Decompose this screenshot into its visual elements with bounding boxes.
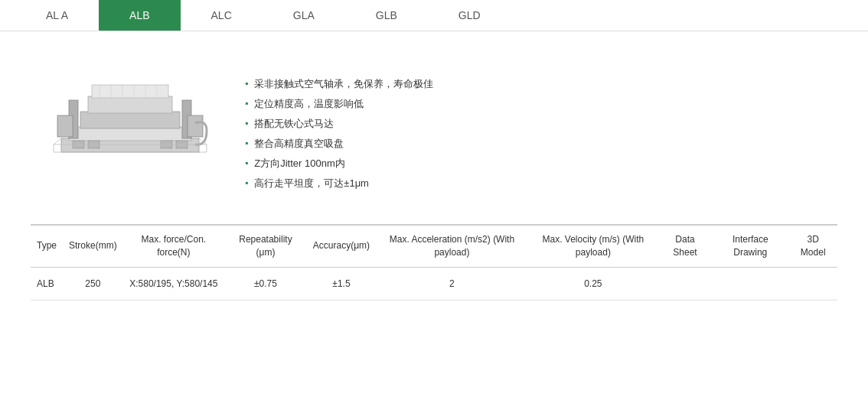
table-header-9: 3D Model [788, 226, 837, 268]
feature-list: 采非接触式空气轴承，免保养，寿命极佳定位精度高，温度影响低搭配无铁心式马达整合高… [245, 74, 822, 193]
tab-navigation: AL AALBALCGLAGLBGLD [0, 0, 868, 31]
table-cell-0-3: ±0.75 [224, 267, 307, 300]
feature-item-3: 整合高精度真空吸盘 [245, 134, 822, 154]
table-header-4: Accuracy(μm) [307, 226, 376, 268]
table-cell-0-0: ALB [31, 267, 63, 300]
table-header-3: Repeatability (μm) [224, 226, 307, 268]
product-image-container [46, 62, 214, 184]
table-cell-0-9 [788, 267, 837, 300]
table-header-row: TypeStroke(mm)Max. force/Con. force(N)Re… [31, 226, 837, 268]
table-cell-0-5: 2 [376, 267, 528, 300]
tab-gla[interactable]: GLA [263, 0, 345, 31]
table-header-1: Stroke(mm) [63, 226, 123, 268]
table-cell-0-1: 250 [63, 267, 123, 300]
svg-rect-1 [69, 127, 191, 141]
table-cell-0-8 [712, 267, 788, 300]
svg-rect-8 [188, 115, 203, 137]
table-header-0: Type [31, 226, 63, 268]
table-header-7: Data Sheet [658, 226, 712, 268]
feature-item-2: 搭配无铁心式马达 [245, 114, 822, 134]
table-header-5: Max. Acceleration (m/s2) (With payload) [376, 226, 528, 268]
table-header-8: Interface Drawing [712, 226, 788, 268]
svg-rect-2 [80, 112, 180, 128]
table-header-6: Max. Velocity (m/s) (With payload) [528, 226, 658, 268]
tab-alb[interactable]: ALB [99, 0, 180, 31]
specs-table: TypeStroke(mm)Max. force/Con. force(N)Re… [31, 225, 837, 300]
tab-glb[interactable]: GLB [345, 0, 428, 31]
product-details: 采非接触式空气轴承，免保养，寿命极佳定位精度高，温度影响低搭配无铁心式马达整合高… [245, 62, 822, 193]
table-cell-0-4: ±1.5 [307, 267, 376, 300]
feature-item-1: 定位精度高，温度影响低 [245, 94, 822, 114]
tab-gld[interactable]: GLD [428, 0, 511, 31]
table-cell-0-6: 0.25 [528, 267, 658, 300]
product-section: 采非接触式空气轴承，免保养，寿命极佳定位精度高，温度影响低搭配无铁心式马达整合高… [0, 31, 868, 224]
table-body: ALB250X:580/195, Y:580/145±0.75±1.520.25 [31, 267, 837, 300]
product-illustration [46, 62, 214, 184]
feature-item-4: Z方向Jitter 100nm内 [245, 154, 822, 174]
table-header-2: Max. force/Con. force(N) [123, 226, 224, 268]
svg-rect-3 [88, 96, 172, 113]
specs-section: TypeStroke(mm)Max. force/Con. force(N)Re… [0, 225, 868, 331]
tab-alc[interactable]: ALC [181, 0, 263, 31]
feature-item-0: 采非接触式空气轴承，免保养，寿命极佳 [245, 74, 822, 94]
feature-item-5: 高行走平坦度，可达±1μm [245, 174, 822, 193]
table-header: TypeStroke(mm)Max. force/Con. force(N)Re… [31, 226, 837, 268]
table-cell-0-7 [658, 267, 712, 300]
product-image [46, 62, 214, 184]
svg-line-19 [54, 138, 61, 145]
table-row-0: ALB250X:580/195, Y:580/145±0.75±1.520.25 [31, 267, 837, 300]
svg-rect-7 [57, 115, 73, 137]
table-cell-0-2: X:580/195, Y:580/145 [123, 267, 224, 300]
tab-ala[interactable]: AL A [15, 0, 99, 31]
